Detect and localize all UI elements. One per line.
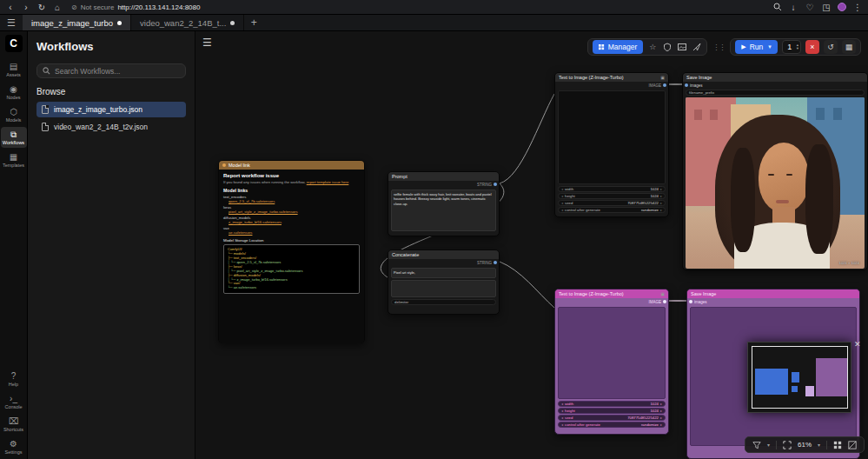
decrement-icon[interactable]: ◂ (561, 208, 563, 212)
width-widget[interactable]: ◂ width 1024 ▸ (558, 186, 666, 192)
sidebar-item-templates[interactable]: ▦ Templates (1, 150, 27, 170)
control-after-generate-widget[interactable]: ◂ control after generate randomize ▸ (558, 207, 666, 213)
collapse-icon[interactable]: ▣ (660, 75, 665, 80)
model-download-link[interactable]: ae.safetensors (229, 230, 252, 235)
decrement-icon[interactable]: ◂ (561, 422, 563, 427)
node-header[interactable]: Model link (219, 161, 364, 170)
output-port-icon[interactable] (663, 83, 666, 87)
input-port-icon[interactable] (689, 300, 692, 303)
reload-icon[interactable]: ↻ (36, 3, 47, 12)
width-widget[interactable]: ◂ width 1024 ▸ (558, 401, 666, 407)
sidebar-item-workflows[interactable]: ⧉ Workflows (1, 127, 27, 148)
search-input[interactable] (55, 67, 180, 76)
output-slot-image[interactable]: IMAGE (555, 298, 668, 305)
unsaved-dot[interactable] (117, 21, 122, 25)
star-icon[interactable]: ☆ (647, 43, 658, 51)
batch-count-stepper[interactable]: ▴▾ (782, 40, 801, 54)
control-after-generate-widget[interactable]: ◂ control after generate randomize ▸ (558, 422, 666, 428)
filename-prefix-widget[interactable]: filename_prefix (686, 90, 865, 96)
minimap-viewport[interactable] (752, 346, 848, 409)
workflow-list-item[interactable]: image_z_image_turbo.json (36, 102, 186, 117)
seed-widget[interactable]: ◂ seed 708775485225422 ▸ (558, 415, 666, 421)
share-icon[interactable] (692, 43, 702, 51)
batch-spinner[interactable]: ▴▾ (797, 43, 800, 51)
output-slot-string[interactable]: STRING (388, 259, 499, 266)
node-text-to-image-pixel[interactable]: Text to Image (Z-Image-Turbo) ▣ IMAGE ◂ … (554, 289, 669, 435)
minimap[interactable] (747, 342, 851, 413)
increment-icon[interactable]: ▸ (660, 194, 662, 198)
node-header[interactable]: Text to Image (Z-Image-Turbo) ▣ (555, 73, 668, 82)
new-tab-icon[interactable]: + (244, 15, 263, 30)
zoom-chevron-icon[interactable]: ▾ (818, 442, 820, 448)
browser-menu-icon[interactable]: ⋮ (852, 3, 863, 12)
run-options-chevron-icon[interactable]: ▾ (768, 43, 772, 50)
back-icon[interactable]: ‹ (5, 3, 16, 12)
increment-icon[interactable]: ▸ (660, 187, 662, 191)
cancel-run-button[interactable]: × (805, 40, 819, 54)
snap-toggle-icon[interactable] (848, 441, 857, 449)
shield-icon[interactable] (662, 43, 673, 51)
history-button[interactable]: ↺ (824, 40, 838, 54)
increment-icon[interactable]: ▸ (660, 208, 662, 212)
delimiter-widget[interactable]: delimiter (391, 299, 496, 305)
batch-count-input[interactable] (783, 43, 797, 51)
node-text-to-image[interactable]: Text to Image (Z-Image-Turbo) ▣ IMAGE ◂ … (554, 72, 669, 217)
workflow-search[interactable] (36, 63, 186, 78)
sidebar-item-nodes[interactable]: ◉ Nodes (1, 82, 27, 103)
download-icon[interactable]: ↓ (788, 3, 798, 12)
comfyui-logo[interactable]: C (5, 35, 23, 52)
output-port-icon[interactable] (663, 300, 666, 303)
string-b-field[interactable] (391, 280, 496, 297)
output-port-icon[interactable] (494, 183, 497, 186)
run-button[interactable]: ▶ Run ▾ (735, 40, 778, 54)
height-widget[interactable]: ◂ height 1024 ▸ (558, 193, 666, 199)
toolbar-drag-handle-icon[interactable]: ⋮⋮ (712, 43, 725, 51)
increment-icon[interactable]: ▸ (660, 422, 662, 427)
grid-toggle-icon[interactable] (833, 441, 842, 449)
image-icon[interactable] (677, 43, 687, 51)
string-a-field[interactable]: Pixel art style, (391, 268, 496, 278)
node-model-link[interactable]: Model link Report workflow issue If you … (218, 160, 365, 343)
sidebar-item-help[interactable]: ? Help (1, 369, 27, 389)
node-header[interactable]: Prompt (388, 172, 499, 181)
generated-image[interactable]: 1024 × 1024 (686, 97, 865, 269)
increment-icon[interactable]: ▸ (660, 201, 662, 205)
decrement-icon[interactable]: ◂ (561, 402, 563, 406)
sidebar-item-shortcuts[interactable]: ⌧ Shortcuts (1, 414, 27, 435)
node-concatenate[interactable]: Concatenate STRING Pixel art style, deli… (388, 249, 500, 315)
input-slot-images[interactable]: images (683, 82, 867, 89)
favorites-icon[interactable]: ♡ (805, 3, 815, 12)
address-bar[interactable]: ⊘ Not secure http://20.113.141.124:8080 (71, 3, 200, 11)
decrement-icon[interactable]: ◂ (561, 201, 563, 205)
decrement-icon[interactable]: ◂ (561, 187, 563, 191)
unsaved-dot[interactable] (230, 21, 235, 25)
canvas-menu-icon[interactable]: ☰ (202, 37, 212, 49)
seed-widget[interactable]: ◂ seed 708775485225422 ▸ (558, 200, 666, 206)
model-download-link[interactable]: z_image_turbo_bf16.safetensors (229, 220, 282, 224)
tab-image-z-image-turbo[interactable]: image_z_image_turbo (23, 15, 131, 30)
model-download-link[interactable]: pixel_art_style_z_image_turbo.safetensor… (229, 210, 298, 214)
queue-panel-button[interactable]: ▦ (842, 40, 856, 54)
manager-button[interactable]: Manager (593, 40, 644, 54)
sidebar-toggle-icon[interactable]: ☰ (0, 15, 23, 30)
output-slot-image[interactable]: IMAGE (555, 82, 668, 89)
spin-down-icon[interactable]: ▾ (797, 47, 798, 51)
sidebar-item-console[interactable]: ›_ Console (1, 391, 27, 412)
report-issue-link[interactable]: report template issue here (307, 180, 349, 184)
decrement-icon[interactable]: ◂ (561, 409, 563, 413)
workflow-list-item[interactable]: video_wan2_2_14B_t2v.json (36, 119, 186, 135)
decrement-icon[interactable]: ◂ (561, 194, 563, 198)
node-canvas[interactable]: ☰ Manager ☆ ⋮⋮ ▶ Run (195, 31, 868, 459)
profile-avatar[interactable] (838, 3, 846, 11)
increment-icon[interactable]: ▸ (660, 402, 662, 406)
height-widget[interactable]: ◂ height 1024 ▸ (558, 408, 666, 414)
node-header[interactable]: Save Image (683, 73, 867, 82)
node-header[interactable]: Text to Image (Z-Image-Turbo) ▣ (555, 289, 668, 298)
node-header[interactable]: Save Image (687, 289, 859, 298)
zoom-level[interactable]: 61% (798, 441, 812, 449)
forward-icon[interactable]: › (21, 3, 31, 12)
sidebar-item-settings[interactable]: ⚙ Settings (1, 436, 27, 457)
home-icon[interactable]: ⌂ (52, 3, 63, 12)
search-icon[interactable] (773, 3, 782, 11)
increment-icon[interactable]: ▸ (660, 416, 662, 420)
